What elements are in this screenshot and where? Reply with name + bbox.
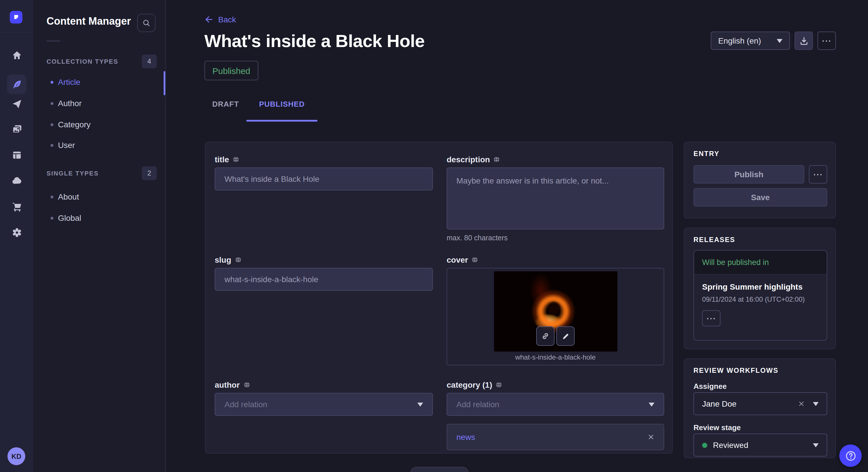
bullet-icon [51,216,53,220]
clear-icon[interactable] [798,400,805,407]
save-button[interactable]: Save [693,188,827,206]
media-library-nav-button[interactable] [7,119,26,139]
sidebar-title: Content Manager [46,15,131,28]
copy-link-button[interactable] [536,326,555,346]
collection-types-header: COLLECTION TYPES [46,58,118,65]
description-textarea[interactable]: Maybe the answer is in this article, or … [446,167,664,229]
marketplace-nav-button[interactable] [7,197,26,216]
release-body: Spring Summer highlights 09/11/2024 at 1… [694,275,827,334]
status-badge: Published [205,61,258,80]
field-label-text: category (1) [446,380,492,390]
cover-file-name: what-s-inside-a-black-hole [447,353,663,361]
cloud-nav-button[interactable] [7,171,26,191]
publish-button[interactable]: Publish [693,165,804,183]
review-stage-label: Review stage [693,423,741,432]
review-stage-select[interactable]: Reviewed [693,434,827,457]
sidebar-item-label: Author [58,99,82,108]
sidebar-item-about[interactable]: About [51,192,79,201]
slug-input[interactable] [215,268,433,291]
content-type-builder-nav-button[interactable] [7,145,26,165]
releases-nav-button[interactable] [7,94,26,113]
cover-image-black-hole[interactable] [494,271,617,351]
remove-relation-button[interactable] [648,434,654,440]
category-relation-select[interactable]: Add relation [446,393,664,416]
images-icon [11,124,22,134]
globe-icon [493,156,500,163]
sidebar-item-label: Article [58,77,81,87]
sidebar-item-label: Global [58,213,81,223]
strapi-logo[interactable] [10,11,22,24]
tab-draft[interactable]: DRAFT [205,95,246,122]
release-banner: Will be published in [694,250,827,275]
locale-select[interactable]: English (en) [711,32,790,50]
download-button[interactable] [795,32,813,50]
version-tabs: DRAFT PUBLISHED [205,95,317,122]
bullet-icon [51,80,53,83]
close-icon [648,434,654,440]
globe-icon [496,381,503,388]
relation-placeholder: Add relation [456,400,499,409]
author-relation-select[interactable]: Add relation [215,393,433,416]
locale-value: English (en) [718,36,761,45]
relation-link-news[interactable]: news [456,432,475,442]
single-types-count-badge: 2 [142,166,157,180]
question-mark-icon [844,449,857,462]
category-relation-news: news [446,424,664,450]
title-input[interactable] [215,167,433,191]
relation-placeholder: Add relation [224,400,267,409]
search-button[interactable] [137,14,156,32]
review-panel-title: REVIEW WORKFLOWS [693,367,778,374]
globe-icon [235,256,242,263]
sidebar-item-article[interactable]: Article [51,77,81,87]
feather-icon [11,79,22,90]
help-button[interactable] [839,444,862,467]
back-link[interactable]: Back [205,15,236,24]
release-more-button[interactable]: ⋯ [702,310,720,326]
sidebar-item-label: Category [58,120,91,129]
entry-more-button[interactable]: ⋯ [809,165,827,183]
author-field-label: author [215,380,250,390]
sidebar-item-user[interactable]: User [51,140,75,150]
bullet-icon [51,102,53,105]
scrolled-button-partial[interactable] [410,467,468,472]
sidebar-divider [46,41,60,41]
sidebar-scrollbar-thumb[interactable] [164,71,165,95]
single-types-header: SINGLE TYPES [46,170,99,177]
content-manager-nav-button[interactable] [7,74,26,94]
pencil-icon [561,332,570,340]
chevron-down-icon [777,39,782,43]
main-nav-rail: KD [0,0,34,472]
home-nav-button[interactable] [7,45,26,65]
arrow-left-icon [205,15,214,24]
category-field-label: category (1) [446,380,503,390]
sidebar-item-author[interactable]: Author [51,99,82,108]
back-label: Back [218,15,236,24]
user-avatar[interactable]: KD [7,447,25,465]
releases-panel: RELEASES Will be published in Spring Sum… [684,228,836,349]
gear-icon [11,227,22,238]
assignee-select[interactable]: Jane Doe [693,392,827,415]
header-more-button[interactable]: ⋯ [817,32,836,50]
field-label-text: description [446,155,490,164]
sidebar-item-global[interactable]: Global [51,213,81,223]
ellipsis-icon: ⋯ [813,169,823,179]
edit-image-button[interactable] [556,326,575,346]
globe-icon [472,256,478,263]
entry-form-panel: title description Maybe the answer is in… [205,142,673,453]
chevron-down-icon [417,402,423,406]
globe-icon [243,381,250,388]
cloud-icon [11,175,22,187]
paper-plane-icon [11,98,22,109]
field-label-text: slug [215,255,231,264]
field-label-text: title [215,155,229,164]
link-icon [541,332,550,341]
page-title: What's inside a Black Hole [205,31,425,52]
tab-published[interactable]: PUBLISHED [246,95,317,122]
stage-value: Reviewed [713,440,748,450]
settings-nav-button[interactable] [7,223,26,242]
sidebar-item-category[interactable]: Category [51,120,91,129]
globe-icon [232,156,239,163]
entry-panel-title: ENTRY [693,150,719,158]
slug-field-label: slug [215,255,242,264]
release-card: Will be published in Spring Summer highl… [693,250,827,341]
